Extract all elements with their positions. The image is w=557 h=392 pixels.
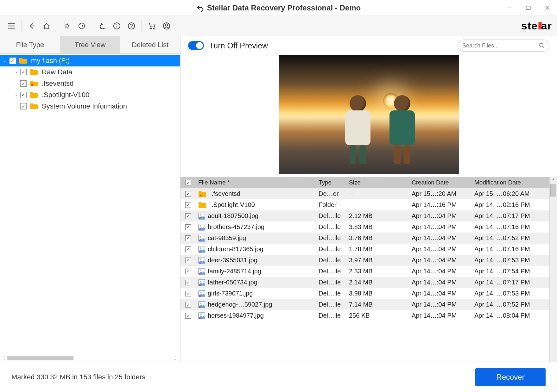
table-row[interactable]: ✓xdeer-3955031.jpgDel…ile3.97 MBApr 14…:…: [180, 255, 549, 266]
cart-icon[interactable]: [146, 20, 158, 32]
svg-point-32: [200, 236, 201, 237]
tab-file-type[interactable]: File Type: [0, 36, 60, 54]
col-modification-date[interactable]: Modification Date: [472, 179, 549, 186]
file-modification-date: Apr 14, …02:16 PM: [472, 201, 549, 208]
svg-point-41: [200, 269, 201, 271]
col-size[interactable]: Size: [346, 179, 409, 186]
file-name: father-656734.jpg: [208, 279, 257, 286]
row-checkbox[interactable]: ✓: [185, 191, 191, 197]
file-size: 7.14 MB: [346, 301, 409, 308]
table-row[interactable]: ✓xfather-656734.jpgDel…ile2.14 MBApr 14……: [180, 277, 549, 288]
expander-icon[interactable]: ›: [13, 92, 19, 97]
file-creation-date: Apr 14…:16 PM: [409, 201, 472, 208]
file-modification-date: Apr 14, …07:52 PM: [472, 301, 549, 308]
col-filename[interactable]: File Name▲: [196, 179, 316, 186]
tree-item[interactable]: ›✓.Spotlight-V100: [0, 89, 180, 101]
header-checkbox[interactable]: ✓: [185, 180, 191, 185]
preview-toggle[interactable]: [188, 41, 204, 50]
table-row[interactable]: ✓xhedgehog-…59027.jpgDel…ile7.14 MBApr 1…: [180, 299, 549, 310]
home-icon[interactable]: [40, 20, 53, 32]
file-modification-date: Apr 14, …07:54 PM: [472, 268, 549, 275]
tree-hscrollbar[interactable]: 〈〉: [0, 354, 180, 362]
reload-icon[interactable]: [75, 20, 88, 32]
row-checkbox[interactable]: ✓: [185, 302, 191, 308]
tree-checkbox[interactable]: ✓: [20, 69, 27, 75]
col-type[interactable]: Type: [316, 179, 346, 186]
file-table[interactable]: ✓ File Name▲ Type Size Creation Date Mod…: [180, 177, 549, 362]
row-checkbox[interactable]: ✓: [185, 246, 191, 252]
expander-icon[interactable]: ›: [13, 70, 19, 75]
user-icon[interactable]: [160, 20, 173, 32]
tree-checkbox[interactable]: ✓: [9, 58, 16, 64]
svg-point-29: [200, 225, 201, 226]
row-checkbox[interactable]: ✓: [185, 213, 191, 219]
svg-point-44: [200, 280, 201, 282]
search-input[interactable]: [462, 42, 539, 49]
undo-icon[interactable]: [196, 4, 204, 12]
search-icon[interactable]: [539, 43, 545, 48]
settings-icon[interactable]: [61, 20, 73, 32]
tree-checkbox[interactable]: ✓: [20, 92, 27, 98]
table-row[interactable]: ✓xchildren-817365.jpgDel…ile1.78 MBApr 1…: [180, 244, 549, 255]
table-row[interactable]: ✓xcat-98359.jpgDel…ile3.76 MBApr 14…:04 …: [180, 233, 549, 244]
file-name: horses-1984977.jpg: [208, 312, 264, 319]
row-checkbox[interactable]: ✓: [185, 291, 191, 296]
help-icon[interactable]: [125, 20, 138, 32]
table-row[interactable]: ✓.Spotlight-V100Folder--Apr 14…:16 PMApr…: [180, 199, 549, 210]
preview-toggle-label: Turn Off Preview: [209, 41, 268, 50]
tree-checkbox[interactable]: ✓: [20, 80, 27, 87]
folder-tree[interactable]: ⌄✓my flash (F:)›✓Raw Data✓x.fseventsd›✓.…: [0, 54, 180, 354]
svg-point-38: [200, 258, 201, 259]
table-row[interactable]: ✓xbrothers-457237.jpgDel…ile3.83 MBApr 1…: [180, 221, 549, 233]
hamburger-icon[interactable]: [5, 20, 18, 32]
recover-button[interactable]: Recover: [475, 368, 546, 386]
tree-item[interactable]: ›✓Raw Data: [0, 66, 180, 78]
file-name: .Spotlight-V100: [212, 201, 255, 208]
table-row[interactable]: ✓x.fseventsdDe…er--Apr 15…:20 AMApr 15, …: [180, 188, 549, 199]
row-checkbox[interactable]: ✓: [185, 258, 191, 263]
close-button[interactable]: [538, 0, 557, 16]
row-checkbox[interactable]: ✓: [185, 202, 191, 208]
svg-point-47: [200, 291, 201, 293]
expander-icon[interactable]: ⌄: [3, 58, 8, 63]
info-icon[interactable]: [111, 20, 123, 32]
file-creation-date: Apr 14…:04 PM: [409, 234, 472, 242]
row-checkbox[interactable]: ✓: [185, 224, 191, 230]
file-size: --: [346, 190, 409, 197]
maximize-button[interactable]: [519, 0, 538, 16]
tree-item[interactable]: ✓System Volume Information: [0, 101, 180, 112]
file-modification-date: Apr 14, …07:17 PM: [472, 279, 549, 286]
file-type: Del…ile: [316, 279, 346, 286]
table-header[interactable]: ✓ File Name▲ Type Size Creation Date Mod…: [180, 177, 549, 188]
svg-point-18: [154, 28, 155, 29]
file-creation-date: Apr 14…:04 PM: [409, 246, 472, 253]
tree-item[interactable]: ⌄✓my flash (F:): [0, 55, 180, 66]
svg-point-16: [131, 28, 132, 28]
table-row[interactable]: ✓xadult-1807500.jpgDel…ile2.12 MBApr 14……: [180, 210, 549, 221]
table-row[interactable]: ✓xfamily-2485714.jpgDel…ile2.33 MBApr 14…: [180, 266, 549, 277]
row-checkbox[interactable]: ✓: [185, 313, 191, 319]
col-creation-date[interactable]: Creation Date: [409, 179, 472, 186]
table-row[interactable]: ✓xhorses-1984977.jpgDel…ile256 KBApr 14……: [180, 310, 549, 321]
back-icon[interactable]: [26, 20, 38, 32]
svg-text:x: x: [31, 83, 33, 87]
table-row[interactable]: ✓xgirls-739071.jpgDel…ile3.98 MBApr 14…:…: [180, 288, 549, 299]
microscope-icon[interactable]: [96, 20, 109, 32]
row-checkbox[interactable]: ✓: [185, 280, 191, 285]
tree-checkbox[interactable]: ✓: [20, 103, 27, 109]
svg-line-23: [543, 47, 544, 48]
file-size: 3.83 MB: [346, 223, 409, 231]
file-size: 256 KB: [346, 312, 409, 319]
row-checkbox[interactable]: ✓: [185, 269, 191, 274]
tab-deleted-list[interactable]: Deleted List: [120, 36, 180, 54]
tab-tree-view[interactable]: Tree View: [60, 36, 120, 54]
svg-text:x: x: [199, 305, 201, 308]
svg-text:x: x: [199, 227, 201, 231]
tree-item[interactable]: ✓x.fseventsd: [0, 78, 180, 89]
file-modification-date: Apr 14, …07:53 PM: [472, 257, 549, 264]
row-checkbox[interactable]: ✓: [185, 235, 191, 241]
minimize-button[interactable]: [500, 0, 519, 16]
file-creation-date: Apr 14…:04 PM: [409, 223, 472, 231]
search-box[interactable]: [458, 40, 549, 52]
table-vscrollbar[interactable]: ▲: [549, 177, 557, 362]
